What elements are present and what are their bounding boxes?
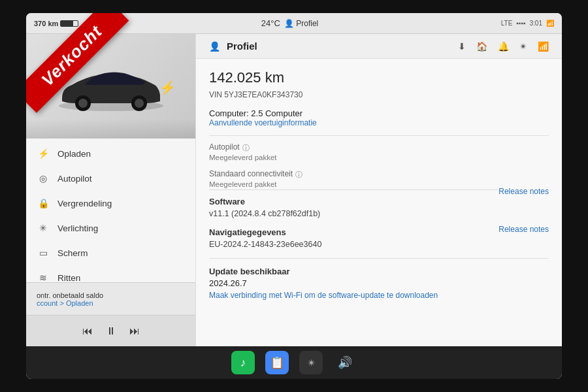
computer-value: Computer: 2.5 Computer: [209, 108, 549, 118]
wifi-update-link[interactable]: Maak verbinding met Wi-Fi om de software…: [209, 291, 549, 300]
sidebar-item-vergrendeling[interactable]: 🔒 Vergrendeling: [26, 191, 195, 216]
scherm-label: Scherm: [57, 248, 88, 258]
nav-data-section: Navigatiegegevens EU-2024.2-14843-23e6ee…: [209, 227, 549, 249]
autopilot-section: Autopilot ⓘ Meegeleverd pakket: [209, 142, 549, 161]
release-notes-link-1[interactable]: Release notes: [498, 187, 549, 196]
taskbar: ♪ 📋 ✴ 🔊: [26, 346, 562, 379]
autopilot-info-icon: ⓘ: [242, 143, 250, 153]
connectivity-label: Standaard connectiviteit: [209, 169, 293, 178]
vin-display: VIN 5YJ3E7EA0KF343730: [209, 90, 549, 99]
left-panel: ⚡ ⚡ Opladen ◎ Autopilot 🔒 Vergrendeling: [26, 34, 196, 346]
charge-icon: ⚡: [159, 80, 176, 95]
battery-fill: [61, 21, 73, 26]
signal-header-icon: 📶: [538, 41, 549, 52]
opladen-icon: ⚡: [37, 148, 50, 159]
time-display: 3:01: [530, 20, 542, 27]
sidebar-menu: ⚡ Opladen ◎ Autopilot 🔒 Vergrendeling ✳ …: [26, 139, 195, 282]
wifi-icon: 📶: [546, 20, 554, 27]
profile-actions: ⬇ 🏠 🔔 ✴ 📶: [458, 41, 549, 52]
profile-status[interactable]: 👤 Profiel: [284, 19, 318, 28]
vehicle-info-link[interactable]: Aanvullende voertuiginformatie: [209, 118, 549, 127]
spotify-icon[interactable]: ♪: [231, 351, 255, 374]
balance-link[interactable]: ccount > Opladen: [37, 299, 103, 307]
update-version: 2024.26.7: [209, 278, 549, 288]
battery-bar: [60, 20, 78, 27]
autopilot-label: Autopilot: [57, 174, 92, 184]
autopilot-row: Autopilot ⓘ: [209, 142, 549, 153]
opladen-label: Opladen: [57, 149, 91, 159]
docs-icon[interactable]: 📋: [265, 351, 289, 374]
update-label: Update beschikbaar: [209, 267, 549, 276]
software-section-title: Software: [209, 197, 549, 206]
playback-controls: ⏮ ⏸ ⏭: [26, 315, 195, 346]
next-button[interactable]: ⏭: [129, 325, 140, 337]
prev-button[interactable]: ⏮: [82, 325, 93, 337]
car-image-area: ⚡: [26, 34, 195, 139]
connectivity-info-icon: ⓘ: [295, 170, 302, 180]
software-version: v11.1 (2024.8.4 cb278f62df1b): [209, 209, 549, 218]
computer-section: Computer: 2.5 Computer Aanvullende voert…: [209, 108, 549, 127]
vergrendeling-icon: 🔒: [37, 198, 50, 208]
tesla-screen: 370 km 24°C 👤 Profiel LTE ▪▪▪▪ 3:01 📶: [26, 13, 562, 379]
sidebar-item-scherm[interactable]: ▭ Scherm: [26, 240, 195, 265]
vergrendeling-label: Vergrendeling: [57, 199, 112, 208]
status-center: 24°C 👤 Profiel: [261, 18, 318, 28]
nav-data-value: EU-2024.2-14843-23e6ee3640: [209, 240, 321, 249]
sidebar-item-autopilot[interactable]: ◎ Autopilot: [26, 166, 195, 191]
download-icon[interactable]: ⬇: [458, 41, 466, 52]
km-display: 142.025 km: [209, 69, 549, 86]
balance-text: ontr. onbetaald saldo: [37, 291, 103, 299]
signal-bars: ▪▪▪▪: [516, 20, 525, 27]
divider-1: [209, 135, 549, 136]
sidebar-item-opladen[interactable]: ⚡ Opladen: [26, 141, 195, 166]
screen-frame: 370 km 24°C 👤 Profiel LTE ▪▪▪▪ 3:01 📶: [0, 0, 588, 392]
ritten-label: Ritten: [57, 273, 80, 283]
network-indicator: LTE: [501, 20, 513, 27]
svg-point-4: [135, 99, 144, 108]
profile-content: 142.025 km VIN 5YJ3E7EA0KF343730 Compute…: [196, 59, 562, 310]
connectivity-row: Standaard connectiviteit ⓘ: [209, 169, 549, 180]
autopilot-label: Autopilot: [209, 142, 240, 152]
autopilot-icon: ◎: [37, 173, 50, 184]
status-left: 370 km: [34, 20, 78, 27]
temperature: 24°C: [261, 18, 280, 28]
sidebar-item-ritten[interactable]: ≋ Ritten: [26, 265, 195, 282]
right-panel: 👤 Profiel ⬇ 🏠 🔔 ✴ 📶 142.025 km VIN 5YJ3E…: [196, 34, 562, 346]
house-icon[interactable]: 🏠: [476, 41, 487, 52]
verlichting-label: Verlichting: [57, 223, 98, 233]
battery-indicator: 370 km: [34, 20, 78, 27]
scherm-icon: ▭: [37, 248, 50, 258]
balance-bar: ontr. onbetaald saldo ccount > Opladen: [26, 282, 195, 315]
volume-icon[interactable]: 🔊: [333, 351, 357, 374]
status-right: LTE ▪▪▪▪ 3:01 📶: [501, 20, 554, 27]
bluetooth-header-icon[interactable]: ✴: [519, 41, 527, 52]
connectivity-section: Standaard connectiviteit ⓘ Meegeleverd p…: [209, 169, 549, 188]
profile-header-icon: 👤: [209, 41, 220, 52]
divider-3: [209, 258, 549, 259]
verlichting-icon: ✳: [37, 223, 50, 233]
svg-point-2: [78, 99, 88, 108]
ritten-icon: ≋: [37, 272, 50, 282]
status-bar: 370 km 24°C 👤 Profiel LTE ▪▪▪▪ 3:01 📶: [26, 13, 562, 34]
range-text: 370 km: [34, 20, 58, 27]
divider-2: [209, 189, 498, 190]
main-content: ⚡ ⚡ Opladen ◎ Autopilot 🔒 Vergrendeling: [26, 34, 562, 346]
autopilot-note: Meegeleverd pakket: [209, 154, 549, 161]
car-silhouette: [49, 59, 173, 114]
sidebar-item-verlichting[interactable]: ✳ Verlichting: [26, 216, 195, 240]
release-notes-link-2[interactable]: Release notes: [498, 225, 549, 234]
profile-title: Profiel: [227, 41, 257, 52]
software-section: Software v11.1 (2024.8.4 cb278f62df1b): [209, 197, 549, 218]
nav-data-label: Navigatiegegevens: [209, 227, 321, 237]
bluetooth-taskbar-icon[interactable]: ✴: [299, 351, 323, 374]
connectivity-note: Meegeleverd pakket: [209, 180, 549, 188]
update-section: Update beschikbaar 2024.26.7 Maak verbin…: [209, 267, 549, 300]
profile-header: 👤 Profiel ⬇ 🏠 🔔 ✴ 📶: [196, 34, 562, 59]
pause-button[interactable]: ⏸: [106, 325, 116, 337]
bell-icon[interactable]: 🔔: [498, 41, 509, 52]
